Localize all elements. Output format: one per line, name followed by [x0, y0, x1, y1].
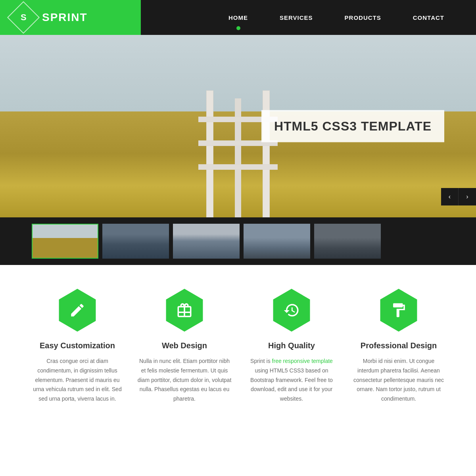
feature-text-1: Cras congue orci at diam condimentum, in… [30, 357, 125, 404]
header: S SPRINT HOME SERVICES PRODUCTS CONTACT [0, 0, 476, 35]
feature-icon-4 [377, 289, 420, 332]
features-section: Easy Customization Cras congue orci at d… [0, 265, 476, 436]
thumbnail-5[interactable] [314, 224, 381, 259]
thumbnail-2[interactable] [102, 224, 169, 259]
nav-products[interactable]: PRODUCTS [329, 0, 397, 35]
post-right [263, 90, 270, 217]
hero-text-box: HTML5 CSS3 TEMPLATE [261, 110, 444, 142]
thumb-img-1 [33, 225, 98, 258]
logo-icon: S [7, 1, 40, 34]
feature-icon-1 [56, 289, 99, 332]
hexagon-2 [163, 289, 206, 332]
main-nav: HOME SERVICES PRODUCTS CONTACT [141, 0, 476, 35]
logo-area: S SPRINT [0, 0, 141, 35]
feature-professional-design: Professional Design Morbi id nisi enim. … [351, 289, 446, 404]
thumbnail-strip [0, 217, 476, 265]
feature-text-2: Nulla in nunc elit. Etiam porttitor nibh… [137, 357, 232, 404]
thumbnail-4[interactable] [244, 224, 310, 259]
feature-icon-3 [270, 289, 313, 332]
feature-title-4: Professional Design [351, 341, 446, 350]
nav-home[interactable]: HOME [213, 0, 264, 35]
thumbnail-1[interactable] [32, 224, 98, 259]
hexagon-1 [56, 289, 99, 332]
rail-3 [198, 164, 278, 170]
feature-easy-customization: Easy Customization Cras congue orci at d… [30, 289, 125, 404]
logo-letter: S [21, 12, 27, 23]
gift-icon [176, 302, 193, 319]
feature-link-3[interactable]: free responsive template [272, 358, 333, 364]
paintroller-icon [390, 302, 407, 319]
feature-text-4: Morbi id nisi enim. Ut congue interdum p… [351, 357, 446, 404]
hero-structure [182, 83, 294, 217]
thumb-img-5 [314, 224, 381, 259]
hero-title: HTML5 CSS3 TEMPLATE [274, 119, 432, 134]
thumb-img-4 [244, 224, 310, 259]
hexagon-4 [377, 289, 420, 332]
post-left [206, 90, 213, 217]
thumb-img-2 [102, 224, 169, 259]
feature-icon-2 [163, 289, 206, 332]
brand-name: SPRINT [42, 11, 88, 24]
hero-prev-button[interactable]: ‹ [441, 188, 459, 205]
hexagon-3 [270, 289, 313, 332]
feature-title-3: High Quality [244, 341, 339, 350]
history-icon [283, 302, 300, 319]
hero-controls: ‹ › [441, 188, 476, 205]
nav-services[interactable]: SERVICES [264, 0, 329, 35]
feature-high-quality: High Quality Sprint is free responsive t… [244, 289, 339, 404]
thumbnail-3[interactable] [173, 224, 240, 259]
hero-section: HTML5 CSS3 TEMPLATE ‹ › [0, 35, 476, 217]
post-center [235, 98, 241, 217]
nav-contact[interactable]: CONTACT [397, 0, 460, 35]
pencil-icon [69, 302, 86, 319]
feature-text-3: Sprint is free responsive template using… [244, 357, 339, 404]
thumb-img-3 [173, 224, 240, 259]
hero-next-button[interactable]: › [459, 188, 476, 205]
feature-title-1: Easy Customization [30, 341, 125, 350]
feature-title-2: Web Design [137, 341, 232, 350]
feature-web-design: Web Design Nulla in nunc elit. Etiam por… [137, 289, 232, 404]
